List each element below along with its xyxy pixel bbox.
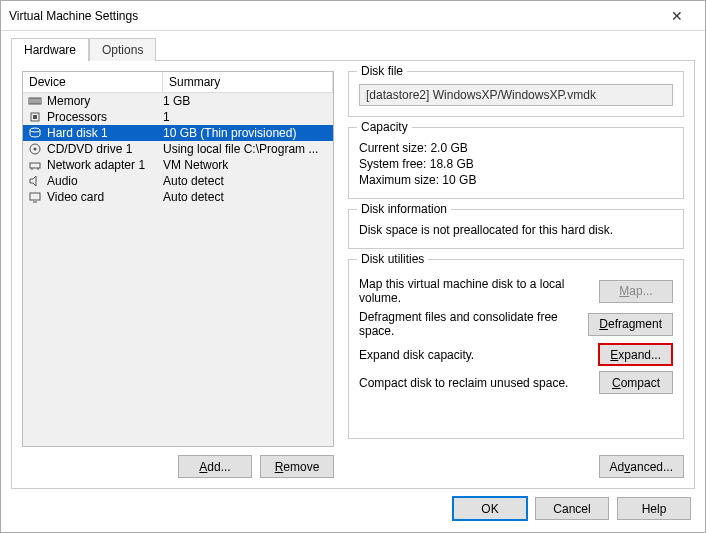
audio-icon <box>27 174 43 188</box>
device-row-audio[interactable]: Audio Auto detect <box>23 173 333 189</box>
compact-button[interactable]: Compact <box>599 371 673 394</box>
device-summary: 10 GB (Thin provisioned) <box>163 126 329 140</box>
svg-rect-11 <box>30 163 40 168</box>
map-button: Map... <box>599 280 673 303</box>
capacity-legend: Capacity <box>357 120 412 134</box>
add-button[interactable]: Add... <box>178 455 252 478</box>
device-label: Hard disk 1 <box>47 126 163 140</box>
device-label: Processors <box>47 110 163 124</box>
dialog-button-row: OK Cancel Help <box>1 497 705 532</box>
device-list-body: Memory 1 GB Processors 1 <box>23 93 333 446</box>
device-list-buttons: Add... Remove <box>22 447 334 478</box>
device-row-network[interactable]: Network adapter 1 VM Network <box>23 157 333 173</box>
left-column: Device Summary Memory 1 GB <box>22 71 334 478</box>
util-row-compact: Compact disk to reclaim unused space. Co… <box>359 371 673 394</box>
close-icon[interactable]: ✕ <box>657 8 697 24</box>
memory-icon <box>27 94 43 108</box>
tab-hardware[interactable]: Hardware <box>11 38 89 61</box>
tabs-row: Hardware Options <box>1 31 705 60</box>
disk-utilities-group: Disk utilities Map this virtual machine … <box>348 259 684 439</box>
device-summary: Auto detect <box>163 190 329 204</box>
device-row-processors[interactable]: Processors 1 <box>23 109 333 125</box>
util-desc-map: Map this virtual machine disk to a local… <box>359 277 599 305</box>
titlebar: Virtual Machine Settings ✕ <box>1 1 705 31</box>
disk-file-path: [datastore2] WindowsXP/WindowsXP.vmdk <box>359 84 673 106</box>
right-column: Disk file [datastore2] WindowsXP/Windows… <box>348 71 684 478</box>
svg-point-8 <box>30 128 40 132</box>
remove-button[interactable]: Remove <box>260 455 334 478</box>
svg-rect-15 <box>30 193 40 200</box>
svg-point-10 <box>34 148 37 151</box>
device-label: Video card <box>47 190 163 204</box>
device-row-harddisk[interactable]: Hard disk 1 10 GB (Thin provisioned) <box>23 125 333 141</box>
capacity-max: Maximum size: 10 GB <box>359 172 673 188</box>
device-summary: Auto detect <box>163 174 329 188</box>
disc-icon <box>27 142 43 156</box>
disk-info-text: Disk space is not preallocated for this … <box>359 222 673 238</box>
col-header-summary[interactable]: Summary <box>163 72 333 93</box>
device-row-video[interactable]: Video card Auto detect <box>23 189 333 205</box>
util-row-map: Map this virtual machine disk to a local… <box>359 277 673 305</box>
harddisk-icon <box>27 126 43 140</box>
util-row-defrag: Defragment files and consolidate free sp… <box>359 310 673 338</box>
util-desc-defrag: Defragment files and consolidate free sp… <box>359 310 588 338</box>
device-row-cddvd[interactable]: CD/DVD drive 1 Using local file C:\Progr… <box>23 141 333 157</box>
device-summary: VM Network <box>163 158 329 172</box>
expand-button[interactable]: Expand... <box>598 343 673 366</box>
ok-button[interactable]: OK <box>453 497 527 520</box>
tab-content: Device Summary Memory 1 GB <box>11 60 695 489</box>
svg-rect-7 <box>33 115 37 119</box>
device-list-header: Device Summary <box>23 72 333 93</box>
disk-utilities-legend: Disk utilities <box>357 252 428 266</box>
col-header-device[interactable]: Device <box>23 72 163 93</box>
help-button[interactable]: Help <box>617 497 691 520</box>
util-desc-expand: Expand disk capacity. <box>359 348 598 362</box>
capacity-current: Current size: 2.0 GB <box>359 140 673 156</box>
cancel-button[interactable]: Cancel <box>535 497 609 520</box>
device-label: Memory <box>47 94 163 108</box>
window-title: Virtual Machine Settings <box>9 9 657 23</box>
network-icon <box>27 158 43 172</box>
device-label: Network adapter 1 <box>47 158 163 172</box>
cpu-icon <box>27 110 43 124</box>
vm-settings-window: Virtual Machine Settings ✕ Hardware Opti… <box>0 0 706 533</box>
device-summary: Using local file C:\Program ... <box>163 142 329 156</box>
disk-info-group: Disk information Disk space is not preal… <box>348 209 684 249</box>
util-desc-compact: Compact disk to reclaim unused space. <box>359 376 599 390</box>
util-row-expand: Expand disk capacity. Expand... <box>359 343 673 366</box>
tab-options[interactable]: Options <box>89 38 156 61</box>
capacity-group: Capacity Current size: 2.0 GB System fre… <box>348 127 684 199</box>
disk-file-group: Disk file [datastore2] WindowsXP/Windows… <box>348 71 684 117</box>
capacity-sysfree: System free: 18.8 GB <box>359 156 673 172</box>
advanced-row: Advanced... <box>348 455 684 478</box>
disk-file-legend: Disk file <box>357 64 407 78</box>
device-label: CD/DVD drive 1 <box>47 142 163 156</box>
monitor-icon <box>27 190 43 204</box>
device-summary: 1 GB <box>163 94 329 108</box>
device-label: Audio <box>47 174 163 188</box>
device-row-memory[interactable]: Memory 1 GB <box>23 93 333 109</box>
device-summary: 1 <box>163 110 329 124</box>
svg-marker-14 <box>30 176 36 186</box>
main-columns: Device Summary Memory 1 GB <box>22 71 684 478</box>
advanced-button[interactable]: Advanced... <box>599 455 684 478</box>
disk-info-legend: Disk information <box>357 202 451 216</box>
device-list[interactable]: Device Summary Memory 1 GB <box>22 71 334 447</box>
defragment-button[interactable]: Defragment <box>588 313 673 336</box>
